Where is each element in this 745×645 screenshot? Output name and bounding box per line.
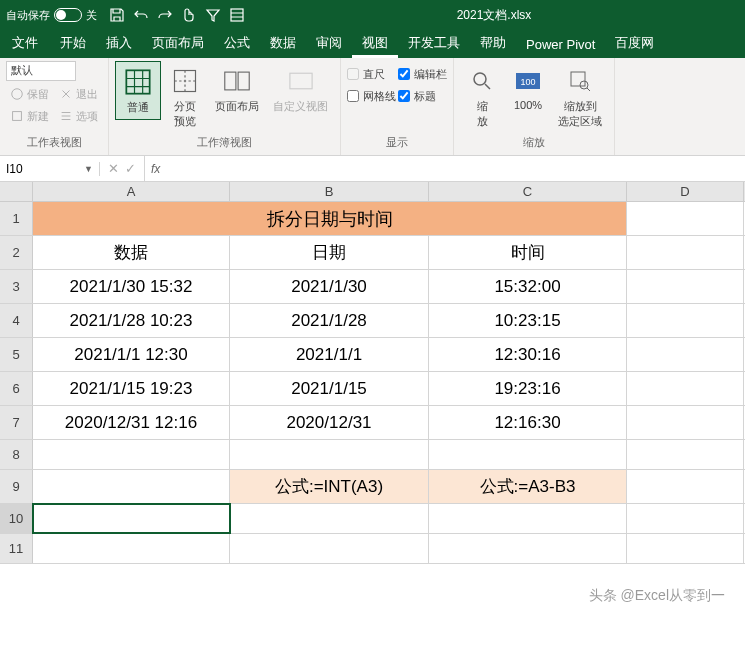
cell[interactable] xyxy=(230,440,429,469)
cell[interactable] xyxy=(627,504,744,533)
undo-icon[interactable] xyxy=(130,4,152,26)
headings-checkbox[interactable]: 标题 xyxy=(398,87,447,105)
cell[interactable] xyxy=(627,406,744,439)
gridlines-checkbox[interactable]: 网格线 xyxy=(347,87,396,105)
tab-insert[interactable]: 插入 xyxy=(96,28,142,58)
cell[interactable] xyxy=(627,270,744,303)
autosave-toggle[interactable]: 自动保存 关 xyxy=(6,8,97,23)
cell[interactable] xyxy=(429,440,627,469)
chevron-down-icon[interactable]: ▼ xyxy=(84,164,93,174)
cell[interactable]: 2021/1/28 xyxy=(230,304,429,337)
formulabar-checkbox[interactable]: 编辑栏 xyxy=(398,65,447,83)
row-header[interactable]: 5 xyxy=(0,338,33,371)
tab-file[interactable]: 文件 xyxy=(0,28,50,58)
cell[interactable] xyxy=(627,202,744,235)
row-header[interactable]: 11 xyxy=(0,534,33,563)
col-header-b[interactable]: B xyxy=(230,182,429,201)
svg-point-1 xyxy=(12,89,23,100)
row-header[interactable]: 4 xyxy=(0,304,33,337)
cell[interactable] xyxy=(33,440,230,469)
cell[interactable]: 2020/12/31 12:16 xyxy=(33,406,230,439)
tab-data[interactable]: 数据 xyxy=(260,28,306,58)
zoom100-icon: 100 xyxy=(512,65,544,97)
cell[interactable]: 2021/1/28 10:23 xyxy=(33,304,230,337)
column-headers: A B C D xyxy=(0,182,745,202)
fx-icon[interactable]: fx xyxy=(145,162,166,176)
tab-view[interactable]: 视图 xyxy=(352,28,398,58)
cell[interactable] xyxy=(33,470,230,503)
cell[interactable] xyxy=(627,338,744,371)
toggle-switch[interactable] xyxy=(54,8,82,22)
cell[interactable] xyxy=(33,504,230,533)
cell[interactable] xyxy=(627,440,744,469)
tab-formula[interactable]: 公式 xyxy=(214,28,260,58)
cell[interactable]: 数据 xyxy=(33,236,230,269)
cell[interactable] xyxy=(230,504,429,533)
row-header[interactable]: 6 xyxy=(0,372,33,405)
cell[interactable]: 拆分日期与时间 xyxy=(230,202,429,235)
row-header[interactable]: 10 xyxy=(0,504,33,533)
tab-review[interactable]: 审阅 xyxy=(306,28,352,58)
tab-home[interactable]: 开始 xyxy=(50,28,96,58)
exit-button: 退出 xyxy=(55,83,102,105)
cell[interactable]: 2021/1/1 12:30 xyxy=(33,338,230,371)
customview-icon xyxy=(285,65,317,97)
name-box[interactable]: I10 ▼ xyxy=(0,162,100,176)
cell[interactable]: 2021/1/15 xyxy=(230,372,429,405)
cell[interactable]: 2021/1/30 xyxy=(230,270,429,303)
cell[interactable] xyxy=(429,504,627,533)
pagelayout-button[interactable]: 页面布局 xyxy=(209,61,265,118)
cell[interactable]: 时间 xyxy=(429,236,627,269)
cell[interactable]: 2021/1/30 15:32 xyxy=(33,270,230,303)
svg-rect-6 xyxy=(238,72,249,90)
row-header[interactable]: 9 xyxy=(0,470,33,503)
cell[interactable]: 日期 xyxy=(230,236,429,269)
zoom-button[interactable]: 缩 放 xyxy=(460,61,504,133)
cell[interactable] xyxy=(230,534,429,563)
touch-icon[interactable] xyxy=(178,4,200,26)
select-all-corner[interactable] xyxy=(0,182,33,201)
cell[interactable] xyxy=(429,534,627,563)
col-header-c[interactable]: C xyxy=(429,182,627,201)
cell[interactable] xyxy=(429,202,627,235)
cell[interactable] xyxy=(627,534,744,563)
cell[interactable] xyxy=(627,372,744,405)
zoom100-button[interactable]: 100 100% xyxy=(506,61,550,115)
cell[interactable] xyxy=(33,534,230,563)
cell[interactable]: 公式:=A3-B3 xyxy=(429,470,627,503)
tab-dev[interactable]: 开发工具 xyxy=(398,28,470,58)
tab-baidu[interactable]: 百度网 xyxy=(605,28,664,58)
sheetview-default[interactable]: 默认 xyxy=(6,61,76,81)
col-header-a[interactable]: A xyxy=(33,182,230,201)
cell[interactable]: 12:16:30 xyxy=(429,406,627,439)
col-header-d[interactable]: D xyxy=(627,182,744,201)
tab-powerpivot[interactable]: Power Pivot xyxy=(516,31,605,58)
svg-point-12 xyxy=(580,81,588,89)
row-header[interactable]: 8 xyxy=(0,440,33,469)
cell[interactable]: 10:23:15 xyxy=(429,304,627,337)
tab-help[interactable]: 帮助 xyxy=(470,28,516,58)
row-header[interactable]: 1 xyxy=(0,202,33,235)
redo-icon[interactable] xyxy=(154,4,176,26)
cell[interactable] xyxy=(627,304,744,337)
row-header[interactable]: 3 xyxy=(0,270,33,303)
row-header[interactable]: 2 xyxy=(0,236,33,269)
filter-icon[interactable] xyxy=(202,4,224,26)
cell[interactable]: 15:32:00 xyxy=(429,270,627,303)
cell[interactable]: 12:30:16 xyxy=(429,338,627,371)
cell[interactable]: 2021/1/15 19:23 xyxy=(33,372,230,405)
cell[interactable]: 2020/12/31 xyxy=(230,406,429,439)
normal-view-button[interactable]: 普通 xyxy=(115,61,161,120)
form-icon[interactable] xyxy=(226,4,248,26)
tab-layout[interactable]: 页面布局 xyxy=(142,28,214,58)
cell[interactable]: 19:23:16 xyxy=(429,372,627,405)
cell[interactable]: 2021/1/1 xyxy=(230,338,429,371)
pagebreak-button[interactable]: 分页 预览 xyxy=(163,61,207,133)
cell[interactable] xyxy=(33,202,230,235)
cell[interactable] xyxy=(627,470,744,503)
cell[interactable] xyxy=(627,236,744,269)
zoom-selection-button[interactable]: 缩放到 选定区域 xyxy=(552,61,608,133)
save-icon[interactable] xyxy=(106,4,128,26)
row-header[interactable]: 7 xyxy=(0,406,33,439)
cell[interactable]: 公式:=INT(A3) xyxy=(230,470,429,503)
